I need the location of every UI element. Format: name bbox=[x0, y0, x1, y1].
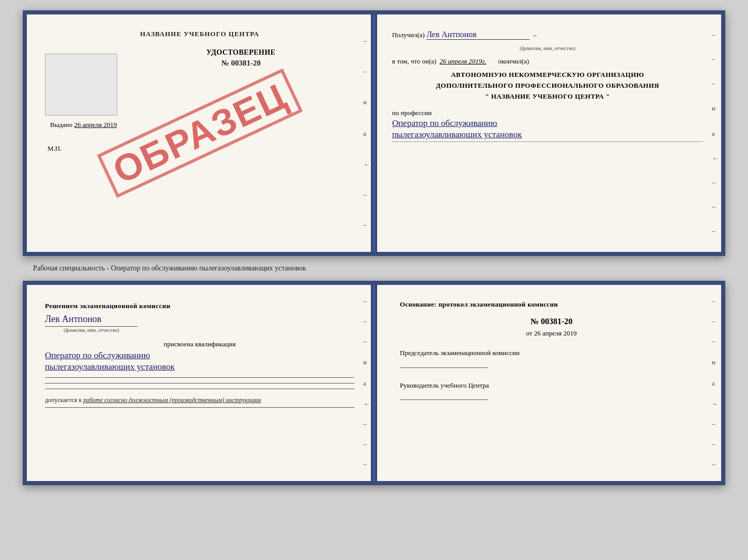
doc-title: УДОСТОВЕРЕНИЕ bbox=[128, 49, 354, 57]
bottom-book-spine bbox=[371, 285, 377, 481]
school-title: НАЗВАНИЕ УЧЕБНОГО ЦЕНТРА bbox=[45, 30, 354, 38]
separator bbox=[392, 141, 703, 142]
top-right-page: Получил(а) Лев Антпонов – (фамилия, имя,… bbox=[374, 14, 721, 252]
chairman-sign-line bbox=[400, 367, 488, 368]
stamp-placeholder bbox=[45, 54, 117, 116]
between-text: Рабочая специальность - Оператор по обсл… bbox=[33, 264, 306, 273]
protocol-date: от 26 апреля 2019 bbox=[400, 329, 703, 338]
bottom-certificate-book: Решением экзаменационной комиссии Лев Ан… bbox=[23, 281, 725, 485]
head-block: Руководитель учебного Центра bbox=[400, 380, 703, 401]
person-name: Лев Антпонов bbox=[45, 314, 354, 325]
doc-number: № 00381-20 bbox=[128, 59, 354, 68]
protocol-date-value: 26 апреля 2019 bbox=[534, 329, 577, 337]
edge-marks-bottom-right: – – – и а ← – – – bbox=[712, 285, 719, 481]
org-name: НАЗВАНИЕ УЧЕБНОГО ЦЕНТРА bbox=[491, 92, 604, 100]
allowed-block: допускается к работе согласно должностны… bbox=[45, 396, 354, 404]
issued-line: Выдано 26 апреля 2019 bbox=[45, 121, 354, 129]
bottom-right-page: Основание: протокол экзаменационной коми… bbox=[374, 285, 721, 481]
sign-line-1 bbox=[45, 377, 354, 378]
edge-marks-right-top: – – – и а ← – – – bbox=[712, 14, 719, 252]
bottom-left-page: Решением экзаменационной комиссии Лев Ан… bbox=[27, 285, 374, 481]
issued-label: Выдано bbox=[50, 121, 72, 129]
head-sign-line bbox=[400, 399, 488, 400]
sign-line-3 bbox=[45, 389, 354, 389]
book-spine bbox=[371, 14, 377, 252]
issued-date: 26 апреля 2019 bbox=[74, 121, 117, 129]
qual-line2: пылегазоулавливающих установок bbox=[45, 362, 354, 372]
in-that-line: в том, что он(а) 26 апреля 2019г. окончи… bbox=[392, 57, 703, 66]
name-subcaption-bottom: (фамилия, имя, отчество) bbox=[45, 326, 138, 333]
profession-line1: Оператор по обслуживанию bbox=[392, 118, 703, 129]
top-certificate-book: НАЗВАНИЕ УЧЕБНОГО ЦЕНТРА УДОСТОВЕРЕНИЕ №… bbox=[23, 10, 725, 256]
name-subcaption-top: (фамилия, имя, отчество) bbox=[520, 45, 575, 51]
top-left-page: НАЗВАНИЕ УЧЕБНОГО ЦЕНТРА УДОСТОВЕРЕНИЕ №… bbox=[27, 14, 374, 252]
basis-label: Основание: протокол экзаменационной коми… bbox=[400, 300, 703, 309]
received-label: Получил(а) Лев Антпонов – bbox=[392, 30, 703, 40]
qual-line1: Оператор по обслуживанию bbox=[45, 350, 354, 361]
head-title: Руководитель учебного Центра bbox=[400, 380, 703, 391]
profession-label: по профессии bbox=[392, 109, 703, 117]
completed-date: 26 апреля 2019г. bbox=[440, 57, 486, 65]
decision-text: Решением экзаменационной комиссии bbox=[45, 300, 354, 312]
sign-line-2 bbox=[45, 383, 354, 383]
edge-marks-left: – – и а ← – – bbox=[363, 14, 370, 252]
protocol-number: № 00381-20 bbox=[400, 317, 703, 326]
allowed-text: работе согласно должностным (производств… bbox=[83, 396, 261, 404]
sign-line-4 bbox=[45, 407, 354, 408]
profession-line2: пылегазоулавливающих установок bbox=[392, 130, 703, 140]
org-block: АВТОНОМНУЮ НЕКОММЕРЧЕСКУЮ ОРГАНИЗАЦИЮ ДО… bbox=[392, 70, 703, 102]
completed-label: окончил(а) bbox=[498, 57, 529, 65]
chairman-title: Председатель экзаменационной комиссии bbox=[400, 348, 703, 358]
qualification-label: присвоена квалификация bbox=[45, 340, 354, 348]
chairman-block: Председатель экзаменационной комиссии bbox=[400, 348, 703, 368]
edge-marks-bottom-left: – – – и а ← – – – bbox=[363, 285, 370, 481]
recipient-name: Лев Антпонов bbox=[426, 30, 529, 40]
mp-label: М.П. bbox=[45, 145, 354, 153]
